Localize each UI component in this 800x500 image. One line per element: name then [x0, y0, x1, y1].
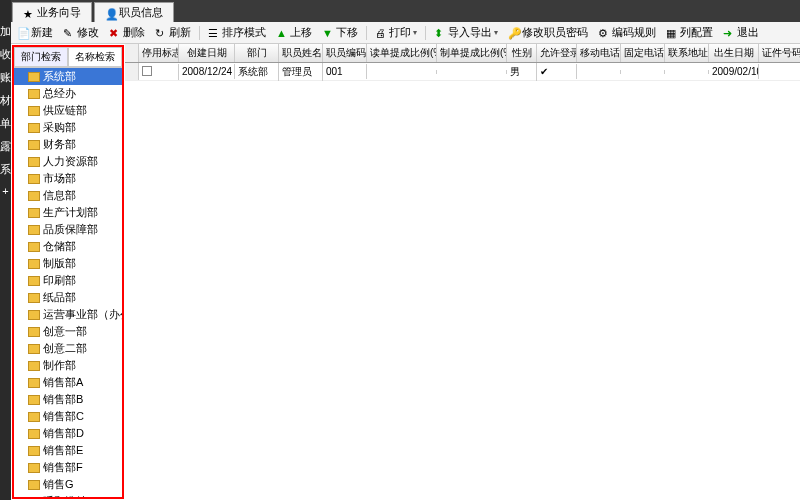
row-handle[interactable]: [125, 63, 139, 80]
cell-pct2[interactable]: [437, 70, 507, 74]
movedown-button[interactable]: ▼下移: [320, 24, 360, 41]
tree-item[interactable]: 品质保障部: [14, 221, 122, 238]
edit-button[interactable]: ✎修改: [61, 24, 101, 41]
tree-item[interactable]: 制作部: [14, 357, 122, 374]
codegen-button[interactable]: ⚙编码规则: [596, 24, 658, 41]
tree-item[interactable]: 销售部B: [14, 391, 122, 408]
folder-icon: [28, 225, 40, 235]
window-tab[interactable]: 👤职员信息: [94, 2, 174, 22]
column-header[interactable]: 职员编码: [323, 44, 367, 62]
tree-item[interactable]: 销售部A: [14, 374, 122, 391]
cell-sex[interactable]: 男: [507, 63, 537, 81]
tree-item[interactable]: 制版部: [14, 255, 122, 272]
impexp-icon: ⬍: [434, 27, 446, 39]
rail-item[interactable]: 系: [0, 158, 11, 181]
cell-code[interactable]: 001: [323, 64, 367, 79]
layout-button[interactable]: ▦列配置: [664, 24, 715, 41]
tree-item[interactable]: 仓储部: [14, 238, 122, 255]
sidebar-tab-dept[interactable]: 部门检索: [14, 47, 68, 67]
column-header[interactable]: 性别: [507, 44, 537, 62]
refresh-button[interactable]: ↻刷新: [153, 24, 193, 41]
table-row[interactable]: 2008/12/24系统部管理员001男✔2009/02/10kk: [125, 63, 800, 81]
sidebar: 部门检索 名称检索 系统部总经办供应链部采购部财务部人力资源部市场部信息部生产计…: [12, 45, 124, 499]
dropdown-icon: ▾: [413, 28, 417, 37]
rail-item[interactable]: 材: [0, 89, 11, 112]
folder-icon: [28, 378, 40, 388]
folder-icon: [28, 293, 40, 303]
tree-item[interactable]: 销售部D: [14, 425, 122, 442]
rail-item[interactable]: 收: [0, 43, 11, 66]
column-header[interactable]: 读单提成比例(%): [367, 44, 437, 62]
tree-item[interactable]: 创意一部: [14, 323, 122, 340]
tree-item-label: 供应链部: [43, 103, 87, 118]
rail-item[interactable]: 露: [0, 135, 11, 158]
tree-item-label: 销售部D: [43, 426, 84, 441]
tree-item[interactable]: 供应链部: [14, 102, 122, 119]
tree-item[interactable]: 生产计划部: [14, 204, 122, 221]
tree-item[interactable]: 印刷部: [14, 272, 122, 289]
cell-cdate[interactable]: 2008/12/24: [179, 64, 235, 79]
column-header[interactable]: 允许登录: [537, 44, 577, 62]
tree-item[interactable]: 创意二部: [14, 340, 122, 357]
sidebar-tab-name[interactable]: 名称检索: [68, 47, 122, 67]
column-header[interactable]: 停用标志: [139, 44, 179, 62]
checkbox[interactable]: [142, 66, 152, 76]
moveup-button[interactable]: ▲上移: [274, 24, 314, 41]
tree-item-label: 纸品部: [43, 290, 76, 305]
tree-item[interactable]: 财务部: [14, 136, 122, 153]
cell-name[interactable]: 管理员: [279, 63, 323, 81]
star-icon: ★: [23, 8, 33, 18]
tree-item[interactable]: 销售部C: [14, 408, 122, 425]
cell-dept[interactable]: 系统部: [235, 63, 279, 81]
tree-item[interactable]: 运营事业部（办公室）: [14, 306, 122, 323]
rail-item[interactable]: 账: [0, 66, 11, 89]
dept-tree[interactable]: 系统部总经办供应链部采购部财务部人力资源部市场部信息部生产计划部品质保障部仓储部…: [14, 68, 122, 497]
new-button[interactable]: 📄新建: [15, 24, 55, 41]
delete-button[interactable]: ✖删除: [107, 24, 147, 41]
grid-body[interactable]: 2008/12/24系统部管理员001男✔2009/02/10kk: [125, 63, 800, 500]
cell-pct1[interactable]: [367, 70, 437, 74]
column-header[interactable]: 联系地址: [665, 44, 709, 62]
tree-item[interactable]: 总经办: [14, 85, 122, 102]
tree-item[interactable]: 销售G: [14, 476, 122, 493]
cell-login[interactable]: ✔: [537, 64, 577, 79]
pwd-button[interactable]: 🔑修改职员密码: [506, 24, 590, 41]
tree-item[interactable]: 系统部: [14, 68, 122, 85]
rail-item[interactable]: +: [2, 181, 8, 201]
cell-stop[interactable]: [139, 64, 179, 80]
impexp-button[interactable]: ⬍导入导出▾: [432, 24, 500, 41]
cell-mob[interactable]: [577, 70, 621, 74]
folder-icon: [28, 106, 40, 116]
sidebar-tabs: 部门检索 名称检索: [14, 47, 122, 68]
tree-item[interactable]: 人力资源部: [14, 153, 122, 170]
cell-addr[interactable]: [665, 70, 709, 74]
key-icon: 🔑: [508, 27, 520, 39]
sort-button[interactable]: ☰排序模式: [206, 24, 268, 41]
tree-item[interactable]: 采购部: [14, 119, 122, 136]
column-header[interactable]: 创建日期: [179, 44, 235, 62]
tree-item[interactable]: 销售部E: [14, 442, 122, 459]
exit-icon: ➜: [723, 27, 735, 39]
tree-item-label: 采购部: [43, 120, 76, 135]
tree-item[interactable]: 市场部: [14, 170, 122, 187]
column-header[interactable]: 固定电话: [621, 44, 665, 62]
tree-item[interactable]: 信息部: [14, 187, 122, 204]
column-header[interactable]: 证件号码: [759, 44, 800, 62]
window-tab[interactable]: ★业务向导: [12, 2, 92, 22]
tree-item[interactable]: 呼和浩特: [14, 493, 122, 497]
column-header[interactable]: 职员姓名: [279, 44, 323, 62]
cell-tel[interactable]: [621, 70, 665, 74]
column-header[interactable]: 移动电话: [577, 44, 621, 62]
rail-item[interactable]: 单: [0, 112, 11, 135]
print-button[interactable]: 🖨打印▾: [373, 24, 419, 41]
tree-item[interactable]: 销售部F: [14, 459, 122, 476]
exit-button[interactable]: ➜退出: [721, 24, 761, 41]
cell-idno[interactable]: [759, 70, 800, 74]
column-header[interactable]: 出生日期: [709, 44, 759, 62]
main-area: ★业务向导👤职员信息 📄新建 ✎修改 ✖删除 ↻刷新 ☰排序模式 ▲上移 ▼下移…: [11, 0, 800, 500]
column-header[interactable]: 部门: [235, 44, 279, 62]
column-header[interactable]: 制单提成比例(%): [437, 44, 507, 62]
tree-item[interactable]: 纸品部: [14, 289, 122, 306]
cell-bdate[interactable]: 2009/02/10: [709, 64, 759, 79]
rail-item[interactable]: 加: [0, 20, 11, 43]
